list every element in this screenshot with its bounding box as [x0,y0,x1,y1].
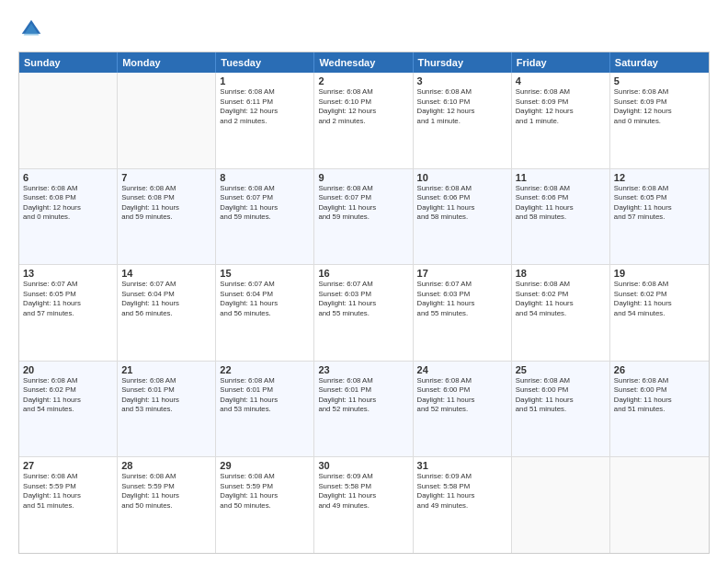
calendar-cell-0-2: 1Sunrise: 6:08 AMSunset: 6:11 PMDaylight… [216,73,314,168]
day-number: 24 [417,364,507,375]
cell-info: Sunrise: 6:08 AMSunset: 6:02 PMDaylight:… [614,280,705,318]
day-number: 31 [417,460,507,471]
header [18,17,710,42]
cell-info: Sunrise: 6:08 AMSunset: 5:59 PMDaylight:… [220,472,310,511]
day-number: 3 [417,75,507,86]
weekday-header-monday: Monday [118,52,216,73]
calendar-cell-0-0 [19,73,118,168]
calendar-cell-4-3: 30Sunrise: 6:09 AMSunset: 5:58 PMDayligh… [314,457,413,553]
calendar-row-4: 27Sunrise: 6:08 AMSunset: 5:59 PMDayligh… [19,457,709,553]
day-number: 2 [318,75,408,86]
calendar-cell-3-6: 26Sunrise: 6:08 AMSunset: 6:00 PMDayligh… [610,362,709,457]
cell-info: Sunrise: 6:08 AMSunset: 6:00 PMDaylight:… [516,376,606,415]
calendar-cell-1-5: 11Sunrise: 6:08 AMSunset: 6:06 PMDayligh… [512,169,610,265]
cell-info: Sunrise: 6:08 AMSunset: 6:08 PMDaylight:… [23,184,113,223]
calendar-cell-2-2: 15Sunrise: 6:07 AMSunset: 6:04 PMDayligh… [216,265,314,361]
day-number: 19 [614,268,705,279]
calendar-cell-4-0: 27Sunrise: 6:08 AMSunset: 5:59 PMDayligh… [19,457,118,553]
day-number: 6 [23,172,113,183]
cell-info: Sunrise: 6:08 AMSunset: 6:05 PMDaylight:… [614,184,705,223]
calendar: SundayMondayTuesdayWednesdayThursdayFrid… [18,52,710,554]
cell-info: Sunrise: 6:08 AMSunset: 6:10 PMDaylight:… [417,87,507,126]
calendar-header: SundayMondayTuesdayWednesdayThursdayFrid… [19,52,709,73]
day-number: 29 [220,460,310,471]
day-number: 1 [220,75,310,86]
day-number: 23 [318,364,408,375]
weekday-header-saturday: Saturday [610,52,709,73]
calendar-cell-4-5 [512,457,610,553]
day-number: 26 [614,364,705,375]
calendar-cell-1-6: 12Sunrise: 6:08 AMSunset: 6:05 PMDayligh… [610,169,709,265]
day-number: 17 [417,268,507,279]
day-number: 4 [516,75,606,86]
calendar-cell-2-5: 18Sunrise: 6:08 AMSunset: 6:02 PMDayligh… [512,265,610,361]
cell-info: Sunrise: 6:09 AMSunset: 5:58 PMDaylight:… [417,472,507,511]
weekday-header-friday: Friday [512,52,610,73]
day-number: 7 [121,172,211,183]
calendar-cell-4-1: 28Sunrise: 6:08 AMSunset: 5:59 PMDayligh… [118,457,216,553]
cell-info: Sunrise: 6:07 AMSunset: 6:03 PMDaylight:… [417,280,507,318]
weekday-header-tuesday: Tuesday [216,52,314,73]
calendar-row-1: 6Sunrise: 6:08 AMSunset: 6:08 PMDaylight… [19,169,709,266]
cell-info: Sunrise: 6:07 AMSunset: 6:05 PMDaylight:… [23,280,113,318]
calendar-cell-3-1: 21Sunrise: 6:08 AMSunset: 6:01 PMDayligh… [118,362,216,457]
cell-info: Sunrise: 6:07 AMSunset: 6:04 PMDaylight:… [220,280,310,318]
calendar-cell-4-6 [610,457,709,553]
day-number: 5 [614,75,705,86]
calendar-cell-0-4: 3Sunrise: 6:08 AMSunset: 6:10 PMDaylight… [414,73,512,168]
cell-info: Sunrise: 6:08 AMSunset: 6:01 PMDaylight:… [318,376,408,415]
cell-info: Sunrise: 6:08 AMSunset: 6:09 PMDaylight:… [516,87,606,126]
day-number: 8 [220,172,310,183]
day-number: 25 [516,364,606,375]
calendar-cell-1-1: 7Sunrise: 6:08 AMSunset: 6:08 PMDaylight… [118,169,216,265]
day-number: 21 [121,364,211,375]
calendar-cell-1-3: 9Sunrise: 6:08 AMSunset: 6:07 PMDaylight… [314,169,413,265]
cell-info: Sunrise: 6:08 AMSunset: 6:09 PMDaylight:… [614,87,705,126]
calendar-cell-2-4: 17Sunrise: 6:07 AMSunset: 6:03 PMDayligh… [414,265,512,361]
day-number: 11 [516,172,606,183]
day-number: 28 [121,460,211,471]
calendar-row-3: 20Sunrise: 6:08 AMSunset: 6:02 PMDayligh… [19,362,709,458]
day-number: 13 [23,268,113,279]
cell-info: Sunrise: 6:08 AMSunset: 6:08 PMDaylight:… [121,184,211,223]
day-number: 10 [417,172,507,183]
cell-info: Sunrise: 6:08 AMSunset: 6:07 PMDaylight:… [220,184,310,223]
cell-info: Sunrise: 6:07 AMSunset: 6:04 PMDaylight:… [121,280,211,318]
cell-info: Sunrise: 6:08 AMSunset: 6:06 PMDaylight:… [516,184,606,223]
day-number: 9 [318,172,408,183]
cell-info: Sunrise: 6:08 AMSunset: 6:06 PMDaylight:… [417,184,507,223]
calendar-cell-0-6: 5Sunrise: 6:08 AMSunset: 6:09 PMDaylight… [610,73,709,168]
cell-info: Sunrise: 6:08 AMSunset: 6:02 PMDaylight:… [516,280,606,318]
calendar-cell-2-0: 13Sunrise: 6:07 AMSunset: 6:05 PMDayligh… [19,265,118,361]
calendar-cell-3-0: 20Sunrise: 6:08 AMSunset: 6:02 PMDayligh… [19,362,118,457]
calendar-cell-0-5: 4Sunrise: 6:08 AMSunset: 6:09 PMDaylight… [512,73,610,168]
cell-info: Sunrise: 6:09 AMSunset: 5:58 PMDaylight:… [318,472,408,511]
calendar-row-2: 13Sunrise: 6:07 AMSunset: 6:05 PMDayligh… [19,265,709,362]
calendar-cell-4-2: 29Sunrise: 6:08 AMSunset: 5:59 PMDayligh… [216,457,314,553]
calendar-cell-1-2: 8Sunrise: 6:08 AMSunset: 6:07 PMDaylight… [216,169,314,265]
calendar-body: 1Sunrise: 6:08 AMSunset: 6:11 PMDaylight… [19,73,709,553]
cell-info: Sunrise: 6:08 AMSunset: 6:10 PMDaylight:… [318,87,408,126]
page: SundayMondayTuesdayWednesdayThursdayFrid… [0,0,728,563]
calendar-cell-2-1: 14Sunrise: 6:07 AMSunset: 6:04 PMDayligh… [118,265,216,361]
calendar-cell-3-5: 25Sunrise: 6:08 AMSunset: 6:00 PMDayligh… [512,362,610,457]
day-number: 27 [23,460,113,471]
day-number: 12 [614,172,705,183]
cell-info: Sunrise: 6:08 AMSunset: 6:07 PMDaylight:… [318,184,408,223]
calendar-cell-4-4: 31Sunrise: 6:09 AMSunset: 5:58 PMDayligh… [414,457,512,553]
weekday-header-thursday: Thursday [414,52,512,73]
calendar-cell-2-6: 19Sunrise: 6:08 AMSunset: 6:02 PMDayligh… [610,265,709,361]
cell-info: Sunrise: 6:08 AMSunset: 6:00 PMDaylight:… [417,376,507,415]
cell-info: Sunrise: 6:07 AMSunset: 6:03 PMDaylight:… [318,280,408,318]
day-number: 30 [318,460,408,471]
weekday-header-wednesday: Wednesday [314,52,413,73]
cell-info: Sunrise: 6:08 AMSunset: 6:01 PMDaylight:… [121,376,211,415]
day-number: 22 [220,364,310,375]
cell-info: Sunrise: 6:08 AMSunset: 5:59 PMDaylight:… [23,472,113,511]
day-number: 14 [121,268,211,279]
calendar-cell-3-3: 23Sunrise: 6:08 AMSunset: 6:01 PMDayligh… [314,362,413,457]
day-number: 20 [23,364,113,375]
calendar-cell-3-2: 22Sunrise: 6:08 AMSunset: 6:01 PMDayligh… [216,362,314,457]
calendar-cell-1-0: 6Sunrise: 6:08 AMSunset: 6:08 PMDaylight… [19,169,118,265]
day-number: 15 [220,268,310,279]
